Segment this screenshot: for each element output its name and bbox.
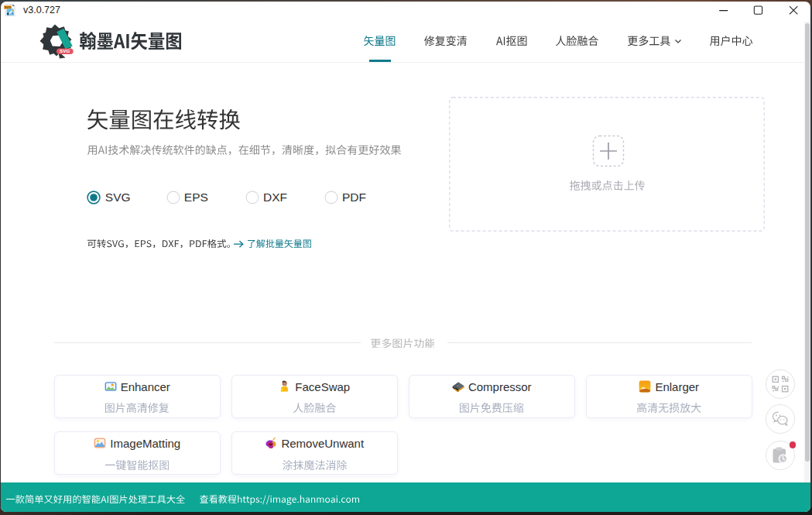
svg-text:SVG: SVG — [60, 48, 70, 53]
svg-text:SVG: SVG — [5, 5, 11, 9]
